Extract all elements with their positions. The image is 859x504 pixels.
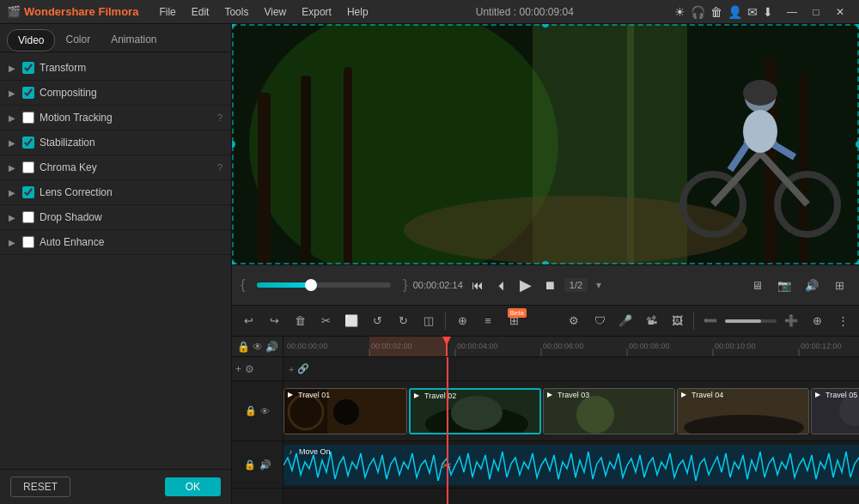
mic-icon[interactable]: 🎤 [614, 310, 637, 332]
clip-travel02[interactable]: ▶ Travel 02 [409, 388, 541, 434]
trash-icon[interactable]: 🗑 [710, 5, 722, 19]
mid-handle-b[interactable] [542, 261, 549, 264]
monitor-icon[interactable]: 🖥 [746, 274, 768, 296]
property-lens-correction[interactable]: ▶ Lens Correction [0, 180, 231, 205]
audio-lock-icon[interactable]: 🔒 [244, 459, 256, 471]
auto-enhance-checkbox[interactable] [22, 236, 34, 248]
help-icon[interactable]: ? [217, 162, 222, 173]
lock-icon[interactable]: 🔒 [237, 341, 250, 353]
redo-icon[interactable]: ↪ [263, 310, 285, 332]
menu-export[interactable]: Export [295, 3, 338, 21]
zoom-out-icon[interactable]: ➖ [699, 310, 722, 332]
menu-tools[interactable]: Tools [217, 3, 255, 21]
headset-icon[interactable]: 🎧 [691, 5, 705, 19]
skip-back-button[interactable]: ⏮ [468, 275, 487, 295]
fullscreen-icon[interactable]: ⊞ [828, 274, 850, 296]
fit-icon[interactable]: ⊕ [806, 310, 828, 332]
audio-eye-icon[interactable]: 🔊 [259, 459, 271, 471]
crop-icon[interactable]: ⬜ [340, 310, 362, 332]
film-icon[interactable]: 📽 [640, 310, 662, 332]
eye-track-icon[interactable]: 👁 [260, 406, 270, 416]
corner-handle-br[interactable] [856, 261, 859, 264]
adjust-icon[interactable]: ≡ [477, 310, 499, 332]
maximize-button[interactable]: □ [804, 0, 828, 24]
property-motion-tracking[interactable]: ▶ Motion Tracking ? [0, 106, 231, 131]
logo-icon: 🎬 [7, 5, 21, 18]
minimize-button[interactable]: — [780, 0, 804, 24]
property-stabilization[interactable]: ▶ Stabilization [0, 131, 231, 155]
toolbar-right: ⚙ 🛡 🎤 📽 🖼 ➖ ➕ ⊕ ⋮ [563, 310, 854, 332]
svg-text:00:00:06:00: 00:00:06:00 [543, 342, 584, 350]
compositing-checkbox[interactable] [22, 87, 34, 99]
mid-handle-r[interactable] [856, 141, 859, 148]
add-track-icon[interactable]: + [235, 363, 241, 375]
cut-icon[interactable]: ✂ [314, 310, 337, 332]
help-icon[interactable]: ? [217, 112, 222, 123]
clip-travel01[interactable]: ▶ Travel 01 [283, 388, 407, 434]
menu-edit[interactable]: Edit [185, 3, 216, 21]
email-icon[interactable]: ✉ [747, 5, 758, 19]
property-auto-enhance[interactable]: ▶ Auto Enhance [0, 230, 231, 255]
keyframe-icon[interactable]: ⊕ [451, 310, 473, 332]
property-transform[interactable]: ▶ Transform [0, 56, 231, 81]
tab-video[interactable]: Video [7, 29, 55, 52]
stabilization-checkbox[interactable] [22, 137, 34, 149]
property-chroma-key[interactable]: ▶ Chroma Key ? [0, 155, 231, 180]
speaker-icon[interactable]: 🔊 [265, 341, 278, 353]
shield-icon[interactable]: 🛡 [588, 310, 611, 332]
account-icon[interactable]: 👤 [728, 5, 742, 19]
camera-icon[interactable]: 📷 [773, 274, 795, 296]
close-button[interactable]: ✕ [828, 0, 852, 24]
rotate-left-icon[interactable]: ↺ [366, 310, 388, 332]
zoom-in-icon[interactable]: ➕ [780, 310, 802, 332]
link-icon[interactable]: 🔗 [297, 363, 309, 374]
stop-button[interactable]: ⏹ [540, 275, 559, 295]
chevron-icon: ▶ [9, 213, 17, 222]
image-icon[interactable]: 🖼 [666, 310, 688, 332]
menu-help[interactable]: Help [340, 3, 375, 21]
download-icon[interactable]: ⬇ [763, 5, 773, 19]
reset-button[interactable]: RESET [10, 477, 70, 497]
add-icon[interactable]: + [289, 364, 294, 374]
audio-clip-moveon[interactable]: ♪ Move On [283, 445, 859, 485]
clip-travel04[interactable]: ▶ Travel 04 [677, 388, 809, 434]
progress-bar[interactable] [257, 282, 391, 288]
lock-track-icon[interactable]: 🔒 [245, 405, 257, 416]
motion-tracking-checkbox[interactable] [22, 112, 34, 124]
menu-view[interactable]: View [257, 3, 293, 21]
undo-icon[interactable]: ↩ [237, 310, 259, 332]
enhance-icon[interactable]: ⚙ [563, 310, 585, 332]
play-button[interactable]: ▶ [516, 272, 535, 298]
ratio-dropdown[interactable]: ▾ [596, 279, 601, 291]
delete-icon[interactable]: 🗑 [289, 310, 311, 332]
bracket-right[interactable]: } [403, 277, 407, 293]
split-icon[interactable]: ◫ [417, 310, 440, 332]
volume-icon[interactable]: 🔊 [801, 274, 823, 296]
step-back-button[interactable]: ⏴ [492, 275, 511, 295]
drop-shadow-checkbox[interactable] [22, 211, 34, 223]
rotate-right-icon[interactable]: ↻ [392, 310, 414, 332]
ok-button[interactable]: OK [165, 477, 221, 496]
clip-label: Travel 01 [298, 391, 330, 399]
tab-color[interactable]: Color [55, 29, 101, 52]
menu-file[interactable]: File [152, 3, 182, 21]
eye-icon[interactable]: 👁 [253, 341, 263, 353]
clip-travel03[interactable]: ▶ Travel 03 [543, 388, 675, 434]
property-compositing[interactable]: ▶ Compositing [0, 81, 231, 106]
progress-thumb[interactable] [305, 279, 317, 291]
tab-animation[interactable]: Animation [101, 29, 167, 52]
chroma-key-checkbox[interactable] [22, 161, 34, 173]
zoom-slider[interactable] [725, 319, 777, 323]
more-icon[interactable]: ⋮ [832, 310, 854, 332]
settings-icon[interactable]: ☀ [674, 5, 685, 19]
track-settings-icon[interactable]: ⚙ [245, 363, 254, 375]
lens-correction-checkbox[interactable] [22, 186, 34, 198]
properties-panel: Video Color Animation ▶ Transform ▶ Comp… [0, 24, 232, 504]
app-title: Wondershare Filmora [24, 5, 138, 18]
property-drop-shadow[interactable]: ▶ Drop Shadow [0, 205, 231, 230]
clip-travel05[interactable]: ▶ Travel 05 [811, 388, 859, 434]
chevron-icon: ▶ [9, 138, 17, 148]
bracket-left[interactable]: { [241, 277, 245, 293]
transform-checkbox[interactable] [22, 62, 34, 74]
playback-ratio[interactable]: 1/2 [564, 278, 588, 292]
